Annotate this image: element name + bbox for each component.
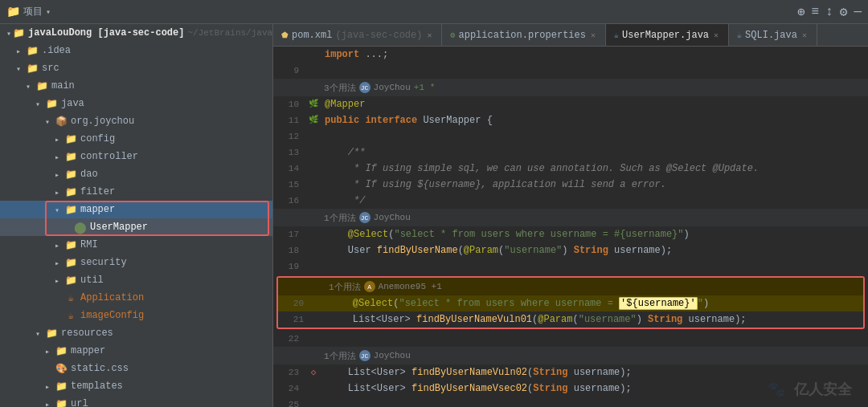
controller-icon: 📁 [64, 150, 77, 163]
code-line-14: 14 * If using simple sql, we can use ann… [273, 161, 868, 177]
line-num-23: 23 [273, 364, 305, 381]
security-arrow [55, 258, 63, 267]
sidebar-item-usermapper[interactable]: ⬤ UserMapper [0, 218, 272, 236]
tab-usermapper-close[interactable]: ✕ [712, 30, 720, 41]
list-icon[interactable]: ≡ [812, 5, 820, 19]
idea-arrow [16, 47, 24, 55]
sidebar-item-controller[interactable]: 📁 controller [0, 148, 272, 165]
info-vuln-text: 1个用法 [329, 281, 361, 293]
info-vuln-avatar: A [364, 281, 375, 292]
sidebar-item-application[interactable]: ☕ Application [0, 289, 272, 307]
root-folder-icon: 📁 [13, 26, 25, 39]
dao-label: dao [80, 169, 98, 180]
sidebar-item-src[interactable]: 📁 src [0, 59, 272, 77]
templates-arrow [45, 382, 53, 390]
sidebar-item-idea[interactable]: 📁 .idea [0, 42, 272, 59]
sidebar-item-templates[interactable]: 📁 templates [0, 377, 272, 395]
line-gutter-10: 🌿 [305, 96, 321, 112]
config-arrow [55, 135, 63, 143]
filter-arrow [55, 188, 63, 196]
editor: import ...; 9 3个用法 JC JoyChou +1 * [273, 47, 868, 407]
main-folder-icon: 📁 [35, 79, 48, 92]
line-num-12: 12 [273, 128, 305, 144]
controller-label: controller [80, 151, 138, 162]
info-1a-text: 1个用法 [324, 212, 356, 224]
main-area: 📁 javaLouDong [java-sec-code] ~/JetBrain… [0, 24, 868, 407]
rmi-icon: 📁 [64, 238, 77, 251]
sidebar-item-rmi[interactable]: 📁 RMI [0, 236, 272, 254]
info-3-author: JoyChou [374, 83, 411, 92]
sidebar-item-url[interactable]: 📁 url [0, 395, 272, 407]
sidebar: 📁 javaLouDong [java-sec-code] ~/JetBrain… [0, 24, 273, 407]
line-code-20: @Select("select * from users where usern… [326, 295, 863, 311]
mapper-res-icon: 📁 [55, 344, 68, 357]
minus-icon[interactable]: — [854, 5, 862, 19]
imageconfig-label: imageConfig [80, 310, 144, 321]
line-num-19: 19 [273, 258, 305, 275]
templates-icon: 📁 [55, 380, 68, 393]
sidebar-item-security[interactable]: 📁 security [0, 254, 272, 271]
line-code-14: * If using simple sql, we can use annota… [321, 161, 868, 177]
sidebar-item-config[interactable]: 📁 config [0, 130, 272, 148]
sidebar-item-dao[interactable]: 📁 dao [0, 165, 272, 183]
project-label[interactable]: 项目 [23, 5, 43, 18]
util-arrow [55, 276, 63, 284]
tab-pom[interactable]: ⬟ pom.xml (java-sec-code) ✕ [273, 24, 442, 47]
sidebar-item-java[interactable]: 📁 java [0, 95, 272, 112]
sidebar-item-mapper[interactable]: 📁 mapper [0, 201, 272, 218]
line-code-24: List<User> findByUserNameVsec02(String u… [321, 381, 868, 397]
info-vuln-author: Anemone95 +1 [379, 282, 442, 291]
globe-icon[interactable]: ⊕ [797, 4, 805, 20]
tab-pom-close[interactable]: ✕ [425, 30, 433, 41]
editor-content: import ...; 9 3个用法 JC JoyChou +1 * [273, 47, 868, 407]
sidebar-item-resources[interactable]: 📁 resources [0, 324, 272, 342]
rmi-label: RMI [80, 239, 98, 250]
org-label: org.joychou [71, 116, 134, 127]
tab-bar: ⬟ pom.xml (java-sec-code) ✕ ⚙ applicatio… [273, 24, 868, 47]
root-arrow [6, 29, 11, 37]
sidebar-item-filter[interactable]: 📁 filter [0, 183, 272, 201]
usermapper-label: UserMapper [90, 222, 148, 233]
tab-usermapper[interactable]: ☕ UserMapper.java ✕ [606, 24, 729, 47]
info-3-text: 3个用法 [324, 82, 356, 94]
line-num-18: 18 [273, 242, 305, 258]
code-line-25: 25 [273, 397, 868, 407]
line-code: import ...; [321, 47, 868, 63]
line-code-10: @Mapper [321, 96, 868, 112]
imageconfig-icon: ☕ [64, 309, 77, 322]
src-folder-icon: 📁 [26, 62, 39, 75]
code-line-15: 15 * If using ${username}, application w… [273, 177, 868, 193]
dao-icon: 📁 [64, 168, 77, 181]
gear-icon[interactable]: ⚙ [840, 4, 848, 20]
info-1a-author: JoyChou [374, 213, 411, 222]
tab-pom-sublabel: (java-sec-code) [335, 30, 422, 41]
tab-sqli-close[interactable]: ✕ [800, 30, 809, 41]
sidebar-item-util[interactable]: 📁 util [0, 271, 272, 289]
line-num-9: 9 [273, 63, 305, 79]
dropdown-arrow[interactable]: ▾ [46, 7, 51, 17]
sidebar-item-mapper-res[interactable]: 📁 mapper [0, 342, 272, 360]
sidebar-root[interactable]: 📁 javaLouDong [java-sec-code] ~/JetBrain… [0, 24, 272, 42]
code-line-12: 12 [273, 128, 868, 144]
tab-appprops-close[interactable]: ✕ [589, 30, 597, 41]
filter-icon: 📁 [64, 185, 77, 198]
util-label: util [80, 275, 104, 286]
tab-sqli[interactable]: ☕ SQLI.java ✕ [729, 24, 817, 47]
filter-label: filter [80, 186, 115, 197]
sidebar-item-org-joychou[interactable]: 📦 org.joychou [0, 112, 272, 130]
sidebar-item-static[interactable]: 🎨 static.css [0, 360, 272, 377]
info-line-1use-joychou2: 1个用法 JC JoyChou [273, 347, 868, 364]
code-line-9: 9 [273, 63, 868, 79]
line-num-14: 14 [273, 161, 305, 177]
sort-icon[interactable]: ↕ [825, 5, 833, 19]
line-code-21: List<User> findByUserNameVuln01(@Param("… [326, 311, 863, 328]
line-code-17: @Select("select * from users where usern… [321, 226, 868, 242]
sidebar-item-main[interactable]: 📁 main [0, 77, 272, 95]
info-1a-avatar: JC [359, 212, 371, 223]
line-code-11: public interface UserMapper { [321, 112, 868, 128]
code-line-16: 16 */ [273, 193, 868, 209]
mapper-icon: 📁 [64, 203, 77, 216]
sidebar-item-imageconfig[interactable]: ☕ imageConfig [0, 307, 272, 324]
rmi-arrow [55, 241, 63, 249]
tab-appprops[interactable]: ⚙ application.properties ✕ [442, 24, 606, 47]
